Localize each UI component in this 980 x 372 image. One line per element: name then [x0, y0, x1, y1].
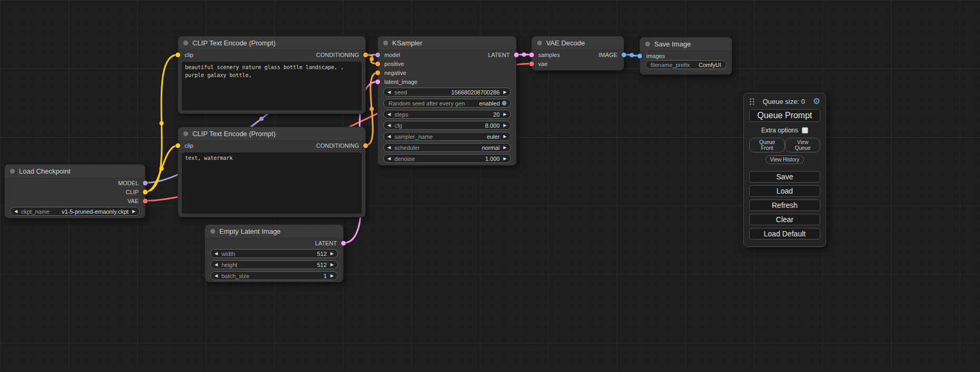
- queue-prompt-button[interactable]: Queue Prompt: [749, 109, 820, 122]
- drag-handle-icon[interactable]: [749, 98, 755, 106]
- widget-sampler-name[interactable]: ◀ sampler_name euler ▶: [383, 132, 511, 141]
- node-empty-latent-image[interactable]: Empty Latent Image LATENT ◀ width 512 ▶ …: [205, 224, 344, 282]
- latent-output-port[interactable]: [514, 52, 519, 57]
- filename-prefix-widget[interactable]: filename_prefix ComfyUI: [645, 60, 726, 69]
- image-output-port[interactable]: [622, 52, 626, 57]
- load-button[interactable]: Load: [749, 185, 820, 197]
- negative-input-port[interactable]: [375, 70, 380, 75]
- model-input-port[interactable]: [375, 52, 380, 57]
- ckpt-name-widget[interactable]: ◀ ckpt_name v1-5-pruned-emaonly.ckpt ▶: [10, 207, 140, 216]
- queue-front-button[interactable]: Queue Front: [749, 138, 785, 152]
- toggle-indicator[interactable]: [502, 101, 507, 106]
- conditioning-output-port[interactable]: [363, 52, 368, 57]
- view-history-button[interactable]: View History: [765, 155, 804, 164]
- node-status-dot: [537, 41, 542, 45]
- extra-options-checkbox[interactable]: [802, 127, 808, 133]
- widget-cfg[interactable]: ◀ cfg 8.000 ▶: [383, 121, 511, 130]
- decrement-arrow-icon[interactable]: ◀: [387, 112, 391, 117]
- node-title-bar[interactable]: Save Image: [640, 37, 732, 51]
- output-label-conditioning: CONDITIONING: [316, 52, 359, 58]
- decrement-arrow-icon[interactable]: ◀: [387, 123, 391, 128]
- decrement-arrow-icon[interactable]: ◀: [387, 146, 391, 150]
- wire-midpoint-dot: [370, 107, 374, 111]
- widget-label: sampler_name: [394, 133, 433, 140]
- negative-prompt-textarea[interactable]: text, watermark: [182, 152, 362, 214]
- node-graph-canvas[interactable]: Load Checkpoint MODEL CLIP VAE ◀ ckpt_na…: [0, 0, 980, 372]
- positive-input-port[interactable]: [375, 61, 380, 66]
- decrement-arrow-icon[interactable]: ◀: [14, 209, 17, 214]
- decrement-arrow-icon[interactable]: ◀: [215, 263, 218, 267]
- widget-value: enabled: [479, 100, 500, 107]
- save-button[interactable]: Save: [749, 171, 820, 183]
- node-title-bar[interactable]: CLIP Text Encode (Prompt): [178, 36, 365, 50]
- widget-width[interactable]: ◀ width 512 ▶: [210, 249, 338, 258]
- wire-midpoint-dot: [522, 53, 526, 57]
- node-status-dot: [183, 131, 188, 136]
- decrement-arrow-icon[interactable]: ◀: [215, 274, 218, 278]
- increment-arrow-icon[interactable]: ▶: [331, 252, 334, 256]
- increment-arrow-icon[interactable]: ▶: [503, 146, 507, 150]
- latent-image-input-port[interactable]: [375, 79, 380, 84]
- node-clip-text-encode-negative[interactable]: CLIP Text Encode (Prompt) clip CONDITION…: [178, 127, 366, 217]
- vae-input-port[interactable]: [529, 61, 534, 66]
- clip-input-port[interactable]: [176, 143, 180, 148]
- widget-value: 1: [324, 273, 327, 279]
- samples-input-port[interactable]: [529, 52, 534, 57]
- node-status-dot: [645, 42, 650, 46]
- settings-gear-icon[interactable]: ⚙: [813, 97, 820, 106]
- widget-height[interactable]: ◀ height 512 ▶: [210, 260, 338, 269]
- port-row-negative: negative: [378, 68, 516, 77]
- widget-denoise[interactable]: ◀ denoise 1.000 ▶: [383, 154, 511, 163]
- clear-button[interactable]: Clear: [749, 214, 820, 225]
- node-title-bar[interactable]: KSampler: [378, 36, 516, 50]
- decrement-arrow-icon[interactable]: ◀: [387, 135, 391, 139]
- load-default-button[interactable]: Load Default: [749, 228, 820, 240]
- node-title: VAE Decode: [546, 39, 585, 47]
- node-save-image[interactable]: Save Image images filename_prefix ComfyU…: [639, 37, 732, 75]
- positive-prompt-textarea[interactable]: beautiful scenery nature glass bottle la…: [182, 62, 362, 110]
- port-row-samples-image: samples IMAGE: [532, 50, 624, 59]
- increment-arrow-icon[interactable]: ▶: [503, 157, 507, 161]
- node-title-bar[interactable]: Empty Latent Image: [205, 225, 343, 239]
- images-input-port[interactable]: [637, 53, 642, 58]
- widget-batch-size[interactable]: ◀ batch_size 1 ▶: [210, 271, 338, 280]
- node-clip-text-encode-positive[interactable]: CLIP Text Encode (Prompt) clip CONDITION…: [178, 36, 366, 114]
- port-row-images: images: [640, 51, 732, 60]
- node-vae-decode[interactable]: VAE Decode samples IMAGE vae: [531, 36, 624, 71]
- wire-midpoint-dot: [259, 117, 264, 121]
- node-title: Empty Latent Image: [219, 227, 280, 235]
- node-load-checkpoint[interactable]: Load Checkpoint MODEL CLIP VAE ◀ ckpt_na…: [4, 164, 145, 218]
- node-title-bar[interactable]: CLIP Text Encode (Prompt): [178, 127, 365, 141]
- refresh-button[interactable]: Refresh: [749, 199, 820, 211]
- widget-seed[interactable]: ◀ seed 156680208700286 ▶: [383, 88, 511, 97]
- vae-output-port[interactable]: [143, 198, 148, 203]
- latent-output-port[interactable]: [341, 241, 346, 245]
- widget-label: denoise: [394, 156, 415, 162]
- increment-arrow-icon[interactable]: ▶: [503, 90, 507, 94]
- decrement-arrow-icon[interactable]: ◀: [387, 157, 391, 161]
- clip-input-port[interactable]: [176, 52, 180, 57]
- view-queue-button[interactable]: View Queue: [785, 138, 820, 152]
- widget-steps[interactable]: ◀ steps 20 ▶: [383, 110, 511, 119]
- increment-arrow-icon[interactable]: ▶: [503, 135, 507, 139]
- node-title-bar[interactable]: Load Checkpoint: [5, 165, 145, 178]
- increment-arrow-icon[interactable]: ▶: [503, 112, 507, 117]
- clip-output-port[interactable]: [143, 189, 148, 194]
- decrement-arrow-icon[interactable]: ◀: [387, 90, 391, 94]
- queue-size-label: Queue size: 0: [763, 98, 805, 106]
- node-ksampler[interactable]: KSampler model LATENT positive negative …: [377, 36, 517, 166]
- widget-value: 512: [317, 251, 326, 257]
- widget-scheduler[interactable]: ◀ scheduler normal ▶: [383, 143, 511, 152]
- increment-arrow-icon[interactable]: ▶: [331, 263, 334, 267]
- node-title: KSampler: [392, 39, 422, 47]
- wire-midpoint-dot: [160, 167, 164, 171]
- increment-arrow-icon[interactable]: ▶: [331, 274, 334, 278]
- increment-arrow-icon[interactable]: ▶: [132, 209, 135, 214]
- widget-random-seed-toggle[interactable]: Random seed after every gen enabled: [383, 99, 511, 108]
- node-title-bar[interactable]: VAE Decode: [532, 36, 624, 50]
- model-output-port[interactable]: [143, 180, 148, 185]
- wire-midpoint-dot: [630, 53, 634, 58]
- increment-arrow-icon[interactable]: ▶: [503, 123, 507, 128]
- conditioning-output-port[interactable]: [363, 143, 368, 148]
- decrement-arrow-icon[interactable]: ◀: [215, 252, 218, 256]
